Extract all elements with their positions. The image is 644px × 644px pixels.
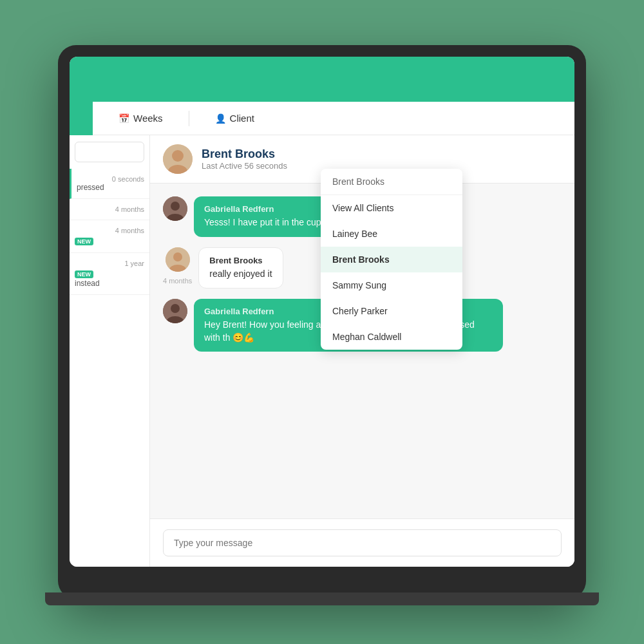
dropdown-item-view-all[interactable]: View All Clients [321, 195, 462, 221]
dropdown-item-brent[interactable]: Brent Brooks [321, 247, 462, 272]
client-label: Client [230, 113, 254, 124]
main-area: 0 seconds pressed 4 months 4 months NEW … [70, 135, 574, 567]
dropdown-item-lainey[interactable]: Lainey Bee [321, 221, 462, 247]
list-item[interactable]: 0 seconds pressed [70, 169, 149, 199]
list-item[interactable]: 4 months NEW [70, 220, 149, 253]
message-meta: 4 months [163, 247, 192, 285]
laptop-base [45, 592, 599, 605]
nav-bar: 📅 Weeks 👤 Client [70, 102, 574, 135]
tab-weeks[interactable]: 📅 Weeks [93, 102, 189, 135]
sidebar-time: 4 months [75, 205, 144, 213]
list-item[interactable]: 1 year NEW instead [70, 253, 149, 295]
chat-header-info: Brent Brooks Last Active 56 seconds [202, 147, 287, 171]
message-bubble: Brent Brooks really enjoyed it [198, 247, 283, 289]
message-sender: Brent Brooks [209, 256, 272, 265]
sender-avatar [166, 247, 190, 272]
sender-avatar [163, 299, 187, 323]
new-badge: NEW [75, 270, 93, 278]
laptop-screen: 📅 Weeks 👤 Client 0 seconds pressed 4 mon… [70, 57, 574, 567]
sidebar: 0 seconds pressed 4 months 4 months NEW … [70, 135, 150, 567]
client-icon: 👤 [215, 113, 226, 124]
message-sender: Gabriella Redfern [204, 204, 339, 214]
svg-point-7 [173, 252, 182, 261]
new-badge: NEW [75, 238, 93, 245]
message-input-area [150, 518, 574, 567]
list-item[interactable]: 4 months [70, 199, 149, 220]
svg-point-10 [171, 304, 180, 313]
dropdown-item-meghan[interactable]: Meghan Caldwell [321, 324, 462, 350]
dropdown-item-cherly[interactable]: Cherly Parker [321, 298, 462, 324]
tab-client[interactable]: 👤 Client [189, 102, 280, 135]
dropdown-header: Brent Brooks [321, 169, 462, 195]
weeks-icon: 📅 [118, 113, 129, 124]
message-text: Yesss! I have put it in the cupboar [204, 216, 339, 229]
message-input[interactable] [163, 529, 562, 556]
message-time: 4 months [163, 277, 192, 285]
contact-avatar [163, 144, 193, 174]
top-bar [70, 57, 574, 102]
sidebar-time: 4 months [75, 227, 144, 234]
sender-avatar [163, 196, 187, 221]
contact-name: Brent Brooks [202, 147, 287, 161]
weeks-label: Weeks [133, 113, 163, 124]
sidebar-search[interactable] [75, 142, 144, 162]
dropdown-item-sammy[interactable]: Sammy Sung [321, 272, 462, 298]
svg-point-4 [171, 202, 180, 211]
laptop-frame: 📅 Weeks 👤 Client 0 seconds pressed 4 mon… [58, 45, 586, 599]
nav-green-block [70, 102, 93, 135]
client-dropdown: Brent Brooks View All Clients Lainey Bee… [321, 169, 462, 350]
contact-status: Last Active 56 seconds [202, 161, 287, 171]
sidebar-text: instead [75, 279, 144, 288]
sidebar-text: pressed [77, 183, 144, 192]
sidebar-time: 1 year [75, 260, 144, 267]
message-text: really enjoyed it [209, 268, 272, 281]
svg-point-1 [172, 150, 184, 162]
sidebar-time: 0 seconds [77, 175, 144, 183]
